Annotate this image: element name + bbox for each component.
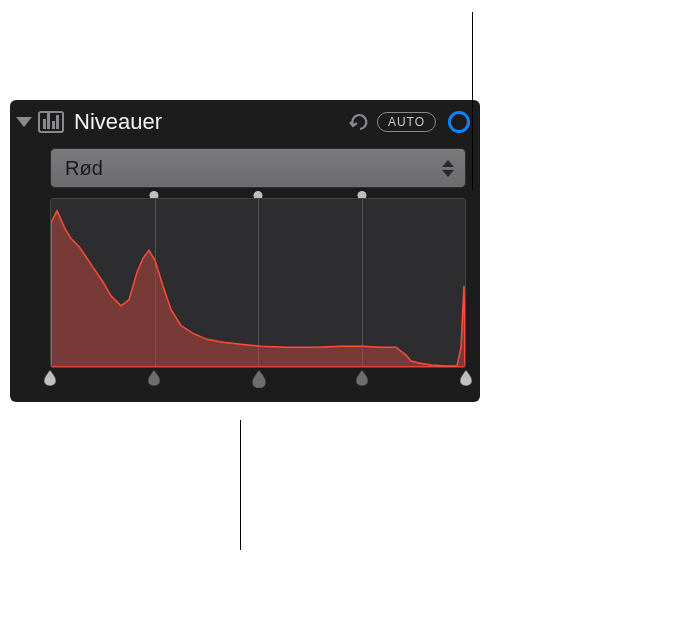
histogram-section	[50, 198, 466, 388]
histogram-curve	[51, 211, 465, 367]
levels-drop-handle[interactable]	[251, 370, 265, 386]
channel-dropdown[interactable]: Rød	[50, 148, 466, 188]
callout-line	[472, 12, 473, 190]
levels-drop-handle[interactable]	[459, 370, 473, 386]
panel-header: Niveauer AUTO	[10, 100, 480, 144]
chevron-up-icon	[442, 160, 454, 167]
auto-button[interactable]: AUTO	[377, 112, 436, 132]
histogram-plot	[50, 198, 466, 368]
levels-icon	[38, 111, 64, 133]
chevron-down-icon	[442, 170, 454, 177]
disclosure-triangle-icon[interactable]	[16, 117, 32, 127]
bottom-handles-track	[50, 370, 466, 388]
callout-line	[240, 420, 241, 550]
enable-ring-icon[interactable]	[448, 111, 470, 133]
levels-drop-handle[interactable]	[355, 370, 369, 386]
dropdown-stepper-icon	[439, 160, 457, 177]
panel-title: Niveauer	[74, 109, 343, 135]
levels-drop-handle[interactable]	[43, 370, 57, 386]
channel-dropdown-label: Rød	[65, 157, 439, 180]
levels-drop-handle[interactable]	[147, 370, 161, 386]
levels-panel: Niveauer AUTO Rød	[10, 100, 480, 402]
undo-icon[interactable]	[349, 112, 371, 132]
